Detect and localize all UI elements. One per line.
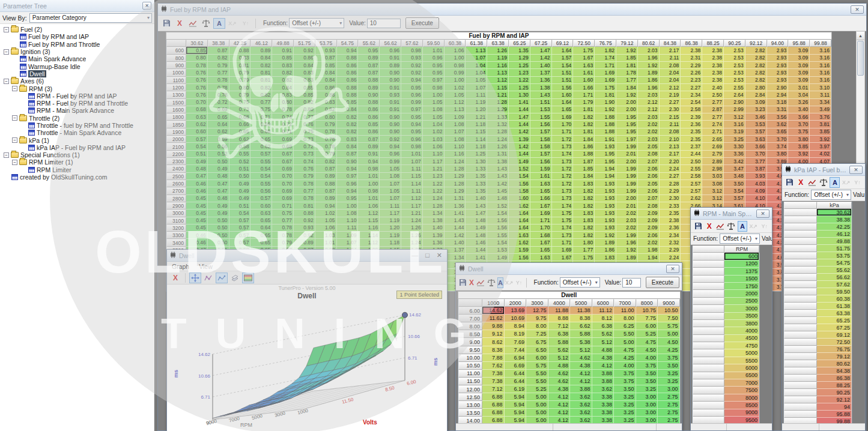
table-cell[interactable]: 1.31 xyxy=(487,151,509,158)
table-cell[interactable]: 1.66 xyxy=(573,84,595,91)
table-cell[interactable]: 1.40 xyxy=(530,62,552,69)
table-cell[interactable]: 1.82 xyxy=(573,121,595,128)
table-cell[interactable]: 6.38 xyxy=(548,330,571,338)
table-cell[interactable]: 1.04 xyxy=(466,69,487,76)
y-axis-icon[interactable]: Y↑ xyxy=(760,221,769,232)
axis-cell[interactable]: 7500 xyxy=(724,387,759,394)
table-cell[interactable]: 3.80 xyxy=(767,151,789,158)
table-cell[interactable]: 3.42 xyxy=(724,158,745,165)
table-cell[interactable]: 3.75 xyxy=(614,378,636,385)
table-cell[interactable]: 2.24 xyxy=(660,165,681,172)
table-cell[interactable]: 5.75 xyxy=(658,322,680,330)
table-cell[interactable]: 6.25 xyxy=(614,322,636,330)
table-cell[interactable]: 1.52 xyxy=(487,202,509,209)
table-cell[interactable]: 0.50 xyxy=(208,225,229,232)
table-cell[interactable]: 2.08 xyxy=(638,202,660,209)
move-icon[interactable] xyxy=(189,273,201,283)
table-cell[interactable]: 5.12 xyxy=(548,354,571,362)
table-cell[interactable]: 2.58 xyxy=(681,106,702,113)
table-cell[interactable]: 1.40 xyxy=(466,195,487,202)
table-cell[interactable]: 1.04 xyxy=(423,121,445,128)
axis-cell[interactable]: 61.38 xyxy=(817,303,852,310)
table-cell[interactable]: 1.51 xyxy=(552,69,574,76)
table-cell[interactable]: 0.72 xyxy=(208,99,229,106)
graph-icon[interactable] xyxy=(807,177,818,188)
axis-cell[interactable]: 84.38 xyxy=(817,367,852,375)
table-cell[interactable]: 3.46 xyxy=(745,113,767,121)
delete-icon[interactable]: X xyxy=(704,221,714,232)
tree-item[interactable]: −kPa (1) xyxy=(1,136,154,143)
table-cell[interactable]: 1.92 xyxy=(595,232,616,239)
table-cell[interactable]: 0.78 xyxy=(315,143,337,150)
table-cell[interactable]: 4.12 xyxy=(548,393,571,401)
table-cell[interactable]: 3.75 xyxy=(614,370,636,378)
table-cell[interactable]: 1.20 xyxy=(380,225,401,232)
table-cell[interactable]: 0.98 xyxy=(445,62,466,69)
table-cell[interactable]: 5.25 xyxy=(636,330,658,338)
table-cell[interactable]: 1.43 xyxy=(530,91,552,98)
table-cell[interactable]: 1.48 xyxy=(466,217,487,225)
table-cell[interactable]: 1.58 xyxy=(530,136,552,143)
table-cell[interactable]: 6.94 xyxy=(505,354,527,362)
table-cell[interactable]: 0.86 xyxy=(294,55,315,62)
table-cell[interactable]: 1.12 xyxy=(487,77,509,84)
table-cell[interactable]: 0.89 xyxy=(358,84,380,91)
table-cell[interactable]: 4.00 xyxy=(614,362,636,370)
table-cell[interactable]: 1.14 xyxy=(401,180,423,187)
table-cell[interactable]: 0.71 xyxy=(272,128,294,136)
table-cell[interactable]: 1.53 xyxy=(530,106,552,113)
table-cell[interactable]: 2.02 xyxy=(638,239,660,246)
table-cell[interactable]: 2.10 xyxy=(660,136,681,143)
table-cell[interactable]: 0.55 xyxy=(250,180,272,187)
table-cell[interactable]: 1.12 xyxy=(358,209,380,217)
table-cell[interactable]: 4.09 xyxy=(745,187,767,194)
table-cell[interactable]: 8.62 xyxy=(482,338,505,346)
table-cell[interactable]: 0.77 xyxy=(208,69,229,76)
table-cell[interactable]: 1.71 xyxy=(573,91,595,98)
table-cell[interactable]: 1.70 xyxy=(530,225,552,232)
table-cell[interactable]: 2.64 xyxy=(724,91,745,98)
table-cell[interactable]: 3.81 xyxy=(810,121,831,128)
table-cell[interactable]: 2.82 xyxy=(745,47,767,54)
table-cell[interactable]: 1.29 xyxy=(487,106,509,113)
table-cell[interactable]: 2.35 xyxy=(660,209,681,217)
table-cell[interactable]: 2.03 xyxy=(616,217,638,225)
table-cell[interactable]: 1.92 xyxy=(616,91,638,98)
table-cell[interactable]: 7.25 xyxy=(526,330,548,338)
table-cell[interactable]: 2.08 xyxy=(638,151,660,158)
table-cell[interactable]: 0.87 xyxy=(315,187,337,194)
save-icon[interactable] xyxy=(693,221,703,232)
table-cell[interactable]: 2.13 xyxy=(660,143,681,150)
table-cell[interactable]: 2.38 xyxy=(702,69,724,76)
table-cell[interactable]: 6.44 xyxy=(505,370,527,378)
table-cell[interactable]: 3.49 xyxy=(810,106,831,113)
table-cell[interactable]: 0.78 xyxy=(272,106,294,113)
table-cell[interactable]: 3.92 xyxy=(810,136,831,143)
function-select[interactable]: Offset (+/-)▾ xyxy=(811,190,851,200)
table-cell[interactable]: 1.75 xyxy=(573,47,595,54)
table-cell[interactable]: 1.73 xyxy=(552,232,574,239)
table-cell[interactable]: 0.94 xyxy=(380,143,401,150)
table-cell[interactable]: 0.90 xyxy=(337,158,359,165)
table-cell[interactable]: 1.21 xyxy=(423,165,445,172)
table-cell[interactable]: 3.25 xyxy=(614,401,636,409)
table-cell[interactable]: 1.23 xyxy=(509,69,530,76)
table-cell[interactable]: 1.38 xyxy=(530,84,552,91)
table-cell[interactable]: 2.77 xyxy=(702,113,724,121)
scrollbar-thumb[interactable] xyxy=(857,41,864,76)
table-cell[interactable]: 3.56 xyxy=(767,113,789,121)
table-cell[interactable]: 0.82 xyxy=(250,84,272,91)
table-cell[interactable]: 2.38 xyxy=(681,47,702,54)
table-cell[interactable]: 1.13 xyxy=(445,106,466,113)
table-cell[interactable]: 1.00 xyxy=(445,77,466,84)
table-cell[interactable]: 6.00 xyxy=(636,322,658,330)
axis-cell[interactable]: 9000 xyxy=(724,409,759,417)
table-cell[interactable]: 1.55 xyxy=(487,232,509,239)
table-cell[interactable]: 2.19 xyxy=(660,91,681,98)
table-cell[interactable]: 1.26 xyxy=(487,47,509,54)
tree-item[interactable]: Fuel by RPM and IAP xyxy=(1,33,154,40)
table-cell[interactable]: 1.16 xyxy=(445,151,466,158)
table-cell[interactable]: 0.83 xyxy=(315,99,337,106)
table-cell[interactable]: 2.34 xyxy=(660,232,681,239)
table-cell[interactable]: 1.54 xyxy=(509,173,530,180)
